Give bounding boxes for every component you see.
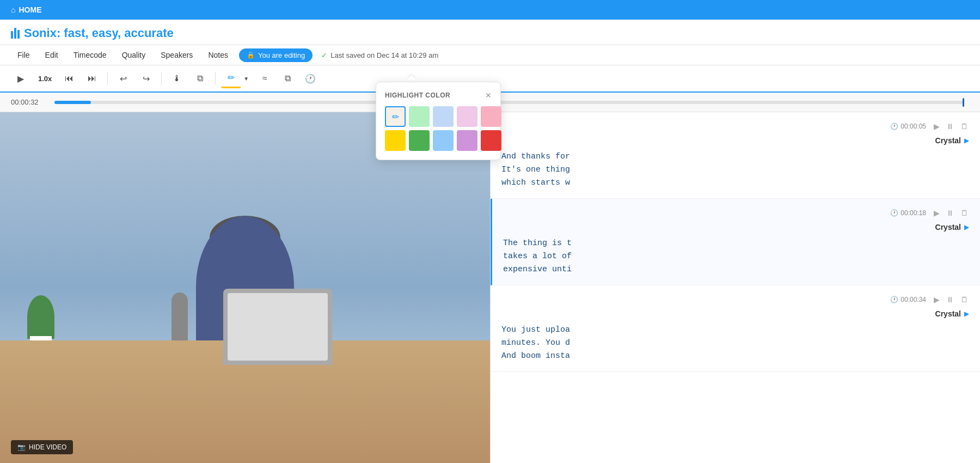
toolbar-divider-1 (107, 72, 108, 85)
progress-track[interactable] (54, 101, 964, 104)
popup-title: HIGHLIGHT COLOR (385, 92, 450, 99)
color-swatch-light-blue[interactable] (433, 106, 454, 127)
rewind-button[interactable]: ⏮ (59, 69, 79, 88)
menu-notes[interactable]: Notes (201, 47, 235, 63)
time-value-1: 00:00:05 (901, 123, 926, 130)
camera-off-icon: 📷 (17, 443, 26, 451)
transcript-segment-2: 🕐 00:00:18 ▶ ⏸ 🗒 Crystal ▶ The thing is … (491, 199, 980, 285)
note-segment-3[interactable]: 🗒 (959, 294, 969, 305)
clock-icon-1: 🕐 (890, 123, 898, 130)
undo-button[interactable]: ↩ (113, 69, 133, 88)
popup-header: HIGHLIGHT COLOR ✕ (385, 91, 492, 100)
popup-close-button[interactable]: ✕ (485, 91, 492, 100)
current-time: 00:00:32 (11, 98, 49, 106)
app-title: Sonix: fast, easy, accurate (24, 26, 174, 40)
speed-button[interactable]: 1.0x (34, 69, 56, 88)
color-swatch-blue[interactable] (433, 130, 454, 151)
editing-badge: 🔒 You are editing (239, 48, 313, 62)
pause-segment-3[interactable]: ⏸ (945, 294, 955, 305)
color-swatch-light-green[interactable] (409, 106, 430, 127)
fastforward-button[interactable]: ⏭ (82, 69, 102, 88)
laptop (223, 289, 332, 365)
transcript-panel: 🕐 00:00:05 ▶ ⏸ 🗒 Crystal ▶ And thanks fo… (490, 112, 980, 463)
transcript-text-2[interactable]: The thing is t takes a lot of expensive … (503, 237, 969, 276)
menu-quality[interactable]: Quality (115, 47, 152, 63)
color-swatch-red[interactable] (481, 130, 501, 151)
transcript-text-3[interactable]: You just uploa minutes. You d And boom i… (501, 324, 969, 363)
menu-file[interactable]: File (11, 47, 36, 63)
color-swatch-purple[interactable] (457, 130, 477, 151)
menu-speakers[interactable]: Speakers (154, 47, 199, 63)
time-value-3: 00:00:34 (901, 296, 926, 303)
play-segment-1[interactable]: ▶ (933, 121, 941, 132)
play-segment-3[interactable]: ▶ (933, 294, 941, 305)
timestamp-2: 🕐 00:00:18 (890, 209, 926, 217)
speaker-row-2: Crystal ▶ (503, 223, 969, 232)
content-area: 📷 HIDE VIDEO 🕐 00:00:05 ▶ ⏸ 🗒 (0, 112, 980, 463)
title-bar: Sonix: fast, easy, accurate (0, 20, 980, 45)
play-button[interactable]: ▶ (11, 69, 30, 88)
clock-icon-2: 🕐 (890, 209, 898, 217)
speaker-name-1: Crystal (935, 136, 961, 145)
video-panel: 📷 HIDE VIDEO (0, 112, 490, 463)
toolbar-divider-3 (215, 72, 216, 85)
strikethrough-button[interactable]: ≈ (255, 69, 274, 88)
home-icon: ⌂ (11, 5, 15, 14)
copy-format-button[interactable]: ⧉ (190, 69, 210, 88)
clipboard-button[interactable]: ⧉ (278, 69, 297, 88)
play-segment-2[interactable]: ▶ (933, 208, 941, 218)
pause-segment-1[interactable]: ⏸ (945, 121, 955, 132)
top-navigation: ⌂ HOME (0, 0, 980, 20)
transcript-segment-1: 🕐 00:00:05 ▶ ⏸ 🗒 Crystal ▶ And thanks fo… (491, 112, 980, 199)
toolbar-divider-2 (161, 72, 162, 85)
note-segment-2[interactable]: 🗒 (959, 208, 969, 218)
app-logo: Sonix: fast, easy, accurate (11, 26, 174, 40)
highlight-group: ✏ ▼ (221, 69, 252, 88)
speaker-name-2: Crystal (935, 223, 961, 232)
progress-thumb (963, 98, 964, 107)
temperature-button[interactable]: 🌡 (167, 69, 187, 88)
highlight-dropdown-button[interactable]: ▼ (241, 69, 252, 88)
time-value-2: 00:00:18 (901, 209, 926, 217)
color-swatch-eraser[interactable]: ✏ (385, 106, 406, 127)
video-container (0, 112, 490, 463)
segment-header-1: 🕐 00:00:05 ▶ ⏸ 🗒 (501, 121, 969, 132)
speaker-name-3: Crystal (935, 309, 961, 318)
home-link[interactable]: ⌂ HOME (11, 5, 41, 14)
clock-button[interactable]: 🕐 (301, 69, 320, 88)
color-swatch-light-rose[interactable] (481, 106, 501, 127)
color-swatch-yellow[interactable] (385, 130, 406, 151)
speaker-row-3: Crystal ▶ (501, 309, 969, 318)
menu-edit[interactable]: Edit (39, 47, 65, 63)
clock-icon-3: 🕐 (890, 296, 898, 303)
transcript-segment-3: 🕐 00:00:34 ▶ ⏸ 🗒 Crystal ▶ You just uplo… (491, 285, 980, 372)
hide-video-label: HIDE VIDEO (29, 443, 66, 451)
dropdown-arrow (407, 75, 416, 80)
highlight-button[interactable]: ✏ (221, 69, 241, 88)
hide-video-button[interactable]: 📷 HIDE VIDEO (11, 440, 73, 454)
segment-actions-1: ▶ ⏸ 🗒 (933, 121, 969, 132)
video-scene (0, 112, 490, 463)
pause-segment-2[interactable]: ⏸ (945, 208, 955, 218)
editing-label: You are editing (258, 51, 305, 59)
color-swatch-light-pink[interactable] (457, 106, 477, 127)
laptop-screen (228, 293, 328, 361)
timestamp-3: 🕐 00:00:34 (890, 296, 926, 303)
segment-actions-2: ▶ ⏸ 🗒 (933, 208, 969, 218)
eraser-icon: ✏ (392, 112, 399, 122)
progress-fill (54, 101, 91, 104)
home-label: HOME (19, 5, 41, 14)
timestamp-1: 🕐 00:00:05 (890, 123, 926, 130)
note-segment-1[interactable]: 🗒 (959, 121, 969, 132)
menu-timecode[interactable]: Timecode (67, 47, 113, 63)
menu-bar: File Edit Timecode Quality Speakers Note… (0, 45, 980, 65)
segment-header-2: 🕐 00:00:18 ▶ ⏸ 🗒 (503, 208, 969, 218)
color-swatch-green[interactable] (409, 130, 430, 151)
redo-button[interactable]: ↪ (136, 69, 156, 88)
saved-label: Last saved on Dec 14 at 10:29 am (330, 51, 438, 59)
transcript-text-1[interactable]: And thanks for It's one thing which star… (501, 150, 969, 190)
segment-header-3: 🕐 00:00:34 ▶ ⏸ 🗒 (501, 294, 969, 305)
highlight-color-popup: HIGHLIGHT COLOR ✕ ✏ (376, 82, 501, 160)
speaker-arrow-1: ▶ (964, 137, 969, 144)
speaker-row-1: Crystal ▶ (501, 136, 969, 145)
